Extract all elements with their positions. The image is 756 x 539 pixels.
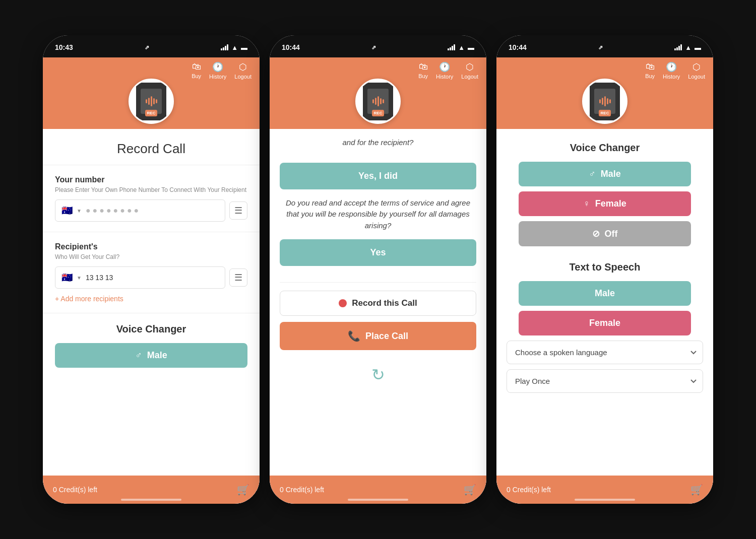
male-btn-1[interactable]: ♂ Male [55, 343, 247, 368]
status-arrow-2: ⇗ [371, 44, 376, 51]
play-select[interactable]: Play Once Play Twice Play Three Times [507, 369, 703, 393]
status-right-3: ▲ ▬ [674, 44, 701, 51]
place-call-btn[interactable]: 📞 Place Call [280, 322, 476, 350]
your-number-sublabel: Please Enter Your Own Phone Number To Co… [55, 186, 247, 193]
voice-changer-title-3: Voice Changer [507, 137, 703, 162]
male-label-3: Male [601, 169, 621, 179]
status-bar-3: 10:44 ⇗ ▲ ▬ [496, 35, 713, 57]
tts-male-btn-3[interactable]: Male [519, 281, 691, 306]
logout-icon-1: ⬡ [239, 61, 247, 73]
recipients-label: Recipient's [55, 242, 247, 251]
signal-bar-3a [674, 48, 676, 50]
your-number-label: Your number [55, 175, 247, 184]
cart-icon-1[interactable]: 🛒 [237, 484, 249, 496]
female-icon-3: ♀ [583, 198, 590, 209]
rec-badge-1: REC [145, 110, 158, 116]
nav-logout-2[interactable]: ⬡ Logout [461, 61, 478, 80]
battery-icon-3: ▬ [695, 44, 701, 51]
screen3-inner: Voice Changer ♂ Male ♀ Female ⊘ Off Text… [496, 129, 713, 406]
app-header-1: 🛍 Buy 🕐 History ⬡ Logout [43, 57, 260, 129]
contact-icon-1[interactable]: ☰ [229, 201, 247, 220]
signal-bar-2c [452, 46, 453, 50]
yes-btn[interactable]: Yes [280, 239, 476, 266]
your-number-input[interactable]: 🇦🇺 ▼ ●●●●●●●● [55, 199, 225, 222]
status-right-2: ▲ ▬ [448, 44, 474, 51]
wave-1e [156, 99, 157, 103]
signal-bars-1 [221, 44, 228, 50]
signal-bars-3 [674, 44, 682, 50]
recipients-input-row: 🇦🇺 ▼ 13 13 13 ☰ [55, 266, 247, 289]
nav-buy-2[interactable]: 🛍 Buy [418, 61, 428, 80]
phone-screen-3: 10:44 ⇗ ▲ ▬ 🛍 Buy 🕐 History ⬡ [496, 35, 713, 504]
wave-1a [146, 99, 147, 103]
nav-buy-3[interactable]: 🛍 Buy [645, 61, 655, 80]
record-call-btn[interactable]: Record this Call [280, 291, 476, 316]
wave-2c [377, 96, 379, 106]
screen2-inner: and for the recipient? Yes, I did Do you… [270, 129, 486, 397]
screen1-title: Record Call [43, 129, 260, 165]
status-bar-1: 10:43 ⇗ ▲ ▬ [43, 35, 260, 57]
nav-logout-1[interactable]: ⬡ Logout [234, 61, 251, 80]
tts-female-label-3: Female [589, 318, 620, 328]
female-btn-3[interactable]: ♀ Female [519, 191, 691, 216]
recipients-input[interactable]: 🇦🇺 ▼ 13 13 13 [55, 266, 225, 289]
nav-history-1[interactable]: 🕐 History [209, 61, 226, 80]
rec-badge-3: REC [599, 110, 611, 116]
nav-buy-1[interactable]: 🛍 Buy [192, 61, 201, 80]
add-recipients-btn[interactable]: + Add more recipients [55, 289, 247, 303]
app-content-1: Record Call Your number Please Enter You… [43, 129, 260, 504]
home-indicator-2 [348, 499, 408, 501]
nav-logout-label-2: Logout [461, 74, 478, 80]
signal-bar-1d [227, 44, 228, 50]
cart-icon-2[interactable]: 🛒 [464, 484, 476, 496]
male-btn-3[interactable]: ♂ Male [519, 162, 691, 186]
nav-logout-3[interactable]: ⬡ Logout [688, 61, 705, 80]
wave-2d [380, 98, 382, 104]
history-icon-2: 🕐 [439, 61, 450, 73]
home-indicator-3 [575, 499, 635, 501]
history-icon-3: 🕐 [666, 61, 677, 73]
terms-body-text: Do you read and accept the terms of serv… [280, 197, 476, 232]
signal-bar-3c [678, 46, 680, 50]
divider-2 [280, 282, 476, 283]
nav-history-3[interactable]: 🕐 History [663, 61, 680, 80]
female-label-3: Female [595, 198, 626, 209]
male-icon-1: ♂ [135, 350, 142, 361]
cart-icon-3[interactable]: 🛒 [690, 484, 703, 496]
yes-did-btn[interactable]: Yes, I did [280, 163, 476, 189]
phone-icon-2: 📞 [348, 330, 360, 342]
status-bar-2: 10:44 ⇗ ▲ ▬ [270, 35, 486, 57]
phone-dots-1: ●●●●●●●● [86, 206, 141, 215]
dropdown-arrow-2: ▼ [77, 275, 82, 281]
app-content-3: Voice Changer ♂ Male ♀ Female ⊘ Off Text… [496, 129, 713, 504]
status-arrow-1: ⇗ [145, 44, 149, 51]
off-btn-3[interactable]: ⊘ Off [519, 221, 691, 246]
status-arrow-3: ⇗ [598, 44, 603, 51]
wave-3e [609, 99, 611, 103]
phone-screen-2: 10:44 ⇗ ▲ ▬ 🛍 Buy 🕐 History ⬡ [270, 35, 486, 504]
place-call-label: Place Call [365, 331, 408, 342]
signal-bar-1b [223, 47, 224, 50]
tts-female-btn-3[interactable]: Female [519, 311, 691, 335]
logout-icon-3: ⬡ [692, 61, 701, 73]
wave-3c [604, 96, 606, 106]
wave-3b [602, 98, 603, 105]
logo-phone-3: REC [590, 83, 620, 120]
nav-logout-label-1: Logout [234, 74, 251, 80]
off-icon-3: ⊘ [592, 228, 600, 239]
bag-icon-3: 🛍 [646, 61, 655, 72]
language-select[interactable]: Choose a spoken language English Spanish… [507, 341, 703, 364]
bag-icon-1: 🛍 [192, 61, 201, 72]
contact-icon-2[interactable]: ☰ [229, 268, 247, 287]
home-indicator-1 [121, 499, 181, 501]
signal-bar-1a [221, 48, 222, 50]
wave-2e [383, 99, 384, 103]
signal-bar-2b [450, 47, 451, 50]
status-right-1: ▲ ▬ [221, 44, 247, 51]
off-label-3: Off [605, 229, 618, 239]
nav-history-2[interactable]: 🕐 History [436, 61, 453, 80]
signal-bar-2a [448, 48, 449, 50]
waveform-1 [146, 96, 157, 106]
terms-top-text: and for the recipient? [280, 137, 476, 155]
loading-spinner: ↻ [280, 360, 476, 389]
